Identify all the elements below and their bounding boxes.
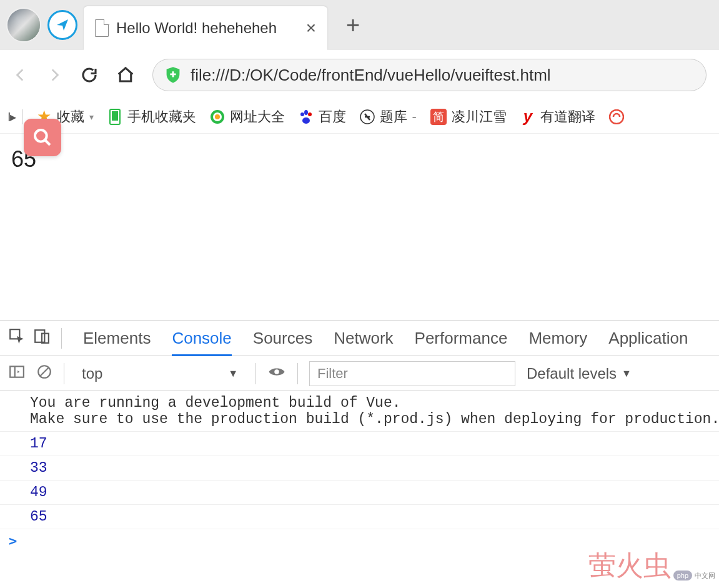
svg-point-7 [304, 110, 308, 115]
devtools-panel: Elements Console Sources Network Perform… [0, 321, 719, 588]
svg-point-20 [274, 369, 279, 374]
bookmarks-bar: I▸ ★ 收藏 ▾ 手机收藏夹 网址大全 百度 题库 - 简 凌川江雪 y 有道… [0, 100, 719, 134]
devtools-tab-bar: Elements Console Sources Network Perform… [0, 321, 719, 356]
svg-rect-1 [112, 111, 118, 121]
levels-label: Default levels [527, 365, 617, 382]
sidebar-icon [9, 364, 25, 380]
chevron-left-icon [12, 67, 29, 83]
svg-point-6 [308, 112, 312, 116]
page-doc-icon [95, 19, 109, 37]
bookmark-tiku[interactable]: 题库 - [360, 107, 417, 126]
home-icon [116, 66, 135, 84]
forward-button[interactable] [46, 67, 62, 83]
jian-icon: 简 [430, 109, 447, 125]
chevron-down-icon: ▾ [89, 112, 94, 122]
svg-rect-14 [35, 330, 44, 342]
bookmark-label: 手机收藏夹 [127, 107, 196, 126]
paper-plane-icon [55, 17, 70, 32]
search-overlay-button[interactable] [24, 119, 61, 156]
devtools-tab-application[interactable]: Application [608, 321, 688, 356]
page-display-text: 65 [11, 146, 708, 172]
url-field[interactable]: file:///D:/OK/Code/frontEnd/vueHello/vue… [152, 59, 707, 91]
device-icon [34, 328, 50, 344]
svg-point-8 [302, 117, 310, 124]
bookmark-label: 网址大全 [230, 107, 285, 126]
filter-placeholder: Filter [317, 366, 348, 382]
devtools-tab-console[interactable]: Console [172, 321, 231, 356]
bookmark-baidu[interactable]: 百度 [299, 107, 346, 126]
device-toggle-button[interactable] [34, 328, 50, 349]
bookmark-more[interactable] [609, 109, 624, 124]
mobile-icon [107, 109, 122, 124]
console-output: You are running a development build of V… [0, 391, 719, 588]
console-message: You are running a development build of V… [0, 391, 719, 432]
close-tab-button[interactable]: × [306, 19, 316, 37]
context-label: top [82, 365, 102, 382]
tab-title: Hello World! heheheheh [116, 19, 299, 37]
console-sidebar-toggle[interactable] [9, 364, 25, 384]
search-icon [32, 127, 52, 147]
devtools-tab-performance[interactable]: Performance [415, 321, 508, 356]
security-shield-icon [164, 66, 182, 84]
bookmark-label: 有道翻译 [540, 107, 595, 126]
console-prompt[interactable]: > [0, 529, 719, 552]
console-filter-input[interactable]: Filter [309, 361, 515, 386]
console-message: 33 [0, 456, 719, 481]
svg-rect-15 [42, 334, 49, 343]
back-button[interactable] [12, 67, 29, 83]
devtools-tab-memory[interactable]: Memory [528, 321, 587, 356]
bookmarks-toggle[interactable]: I▸ [7, 109, 23, 124]
address-bar: file:///D:/OK/Code/frontEnd/vueHello/vue… [0, 50, 719, 100]
youdao-icon: y [520, 109, 535, 124]
bookmark-youdao[interactable]: y 有道翻译 [520, 107, 595, 126]
console-message: 17 [0, 432, 719, 456]
active-tab[interactable]: Hello World! heheheheh × [84, 6, 327, 50]
svg-point-10 [610, 110, 623, 124]
inspect-icon [9, 328, 25, 344]
bookmark-label: 百度 [319, 107, 346, 126]
chevron-right-icon [46, 67, 62, 83]
devtools-tab-sources[interactable]: Sources [253, 321, 312, 356]
svg-line-12 [45, 140, 50, 145]
bookmark-url-list[interactable]: 网址大全 [210, 107, 285, 126]
svg-point-5 [300, 112, 304, 116]
browser-tab-bar: Hello World! heheheheh × + [0, 0, 719, 50]
url-text: file:///D:/OK/Code/frontEnd/vueHello/vue… [191, 66, 551, 85]
bookmark-label: 题库 [380, 107, 407, 126]
chevron-down-icon: ▼ [228, 368, 238, 379]
inspect-element-button[interactable] [9, 328, 25, 349]
clear-console-button[interactable] [36, 364, 52, 384]
console-levels-select[interactable]: Default levels ▼ [527, 365, 632, 382]
chevron-down-icon: ▼ [622, 368, 632, 379]
home-button[interactable] [116, 66, 135, 84]
svg-point-11 [35, 130, 47, 142]
devtools-tab-network[interactable]: Network [334, 321, 393, 356]
more-icon [609, 109, 624, 124]
bookmark-label: 凌川江雪 [452, 107, 507, 126]
console-toolbar: top ▼ Filter Default levels ▼ [0, 356, 719, 391]
page-content: 65 [0, 134, 719, 321]
tiku-icon [360, 109, 375, 124]
refresh-button[interactable] [80, 66, 99, 84]
console-message: 49 [0, 481, 719, 505]
svg-rect-16 [10, 366, 24, 377]
console-message: 65 [0, 505, 719, 529]
navigate-icon-button[interactable] [47, 10, 77, 40]
eye-icon [267, 362, 286, 381]
svg-point-4 [215, 114, 220, 119]
bookmark-mobile-favorites[interactable]: 手机收藏夹 [107, 107, 196, 126]
profile-avatar[interactable] [6, 7, 41, 42]
console-context-select[interactable]: top ▼ [76, 361, 244, 386]
new-tab-button[interactable]: + [346, 13, 360, 37]
site-360-icon [210, 109, 225, 124]
baidu-icon [299, 109, 314, 124]
svg-line-19 [41, 367, 49, 376]
devtools-tab-elements[interactable]: Elements [83, 321, 151, 356]
prompt-chevron-icon: > [9, 533, 17, 549]
refresh-icon [80, 66, 99, 84]
live-expression-button[interactable] [267, 362, 286, 385]
clear-icon [36, 364, 52, 380]
bookmark-lingchuan[interactable]: 简 凌川江雪 [430, 107, 507, 126]
